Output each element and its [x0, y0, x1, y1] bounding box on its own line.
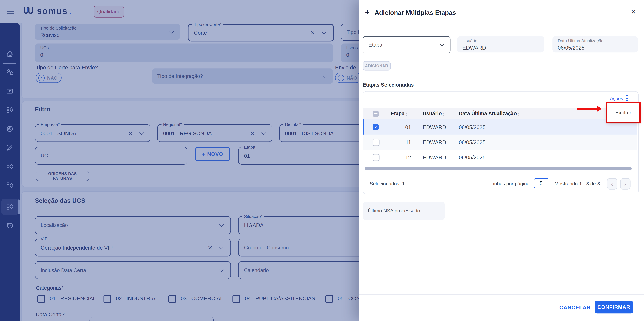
close-icon[interactable]: ✕	[631, 8, 636, 16]
usuario-field: Usuário EDWARD	[457, 36, 544, 53]
cell-usuario: EDWARD	[423, 139, 446, 145]
cell-usuario: EDWARD	[423, 124, 446, 130]
annotation-arrow-line	[577, 108, 598, 109]
nsa-placeholder: Último NSA processado	[368, 208, 420, 214]
modal-backdrop[interactable]	[0, 0, 359, 321]
chevron-down-icon	[440, 42, 444, 46]
selected-row-accent	[363, 119, 364, 135]
row-checkbox[interactable]	[372, 154, 380, 161]
showing-range: Mostrando 1 - 3 de 3	[554, 181, 600, 187]
cell-etapa: 11	[390, 139, 411, 145]
data-atualizacao-value: 06/05/2025	[558, 45, 584, 51]
chevron-left-icon: ‹	[611, 181, 613, 187]
chevron-right-icon: ›	[624, 181, 626, 187]
data-atualizacao-field: Data Última Atualização 06/05/2025	[552, 36, 638, 53]
prev-page-button[interactable]: ‹	[607, 178, 618, 189]
modal-footer-divider	[359, 294, 644, 295]
modal-header: + Adicionar Múltiplas Etapas ✕	[359, 0, 644, 25]
cancelar-button[interactable]: CANCELAR	[557, 302, 593, 313]
annotation-highlight-box: Excluir	[606, 102, 641, 123]
etapas-table-card: Ações Etapa▴▾ Usuário▴▾ Data Última Atua…	[362, 91, 638, 195]
modal-title: Adicionar Múltiplas Etapas	[374, 9, 456, 16]
cell-etapa: 01	[390, 124, 411, 130]
etapa-select[interactable]: Etapa	[362, 36, 450, 53]
cell-data: 06/05/2025	[459, 154, 486, 160]
table-row[interactable]: 11 EDWARD 06/05/2025	[363, 135, 638, 150]
column-header-etapa[interactable]: Etapa▴▾	[390, 111, 407, 116]
table-header-row: Etapa▴▾ Usuário▴▾ Data Última Atualizaçã…	[363, 108, 638, 119]
rows-per-page-label: Linhas por página	[490, 181, 530, 187]
plus-icon: +	[365, 8, 370, 16]
sort-icon: ▴▾	[518, 112, 520, 116]
adicionar-etapas-modal: + Adicionar Múltiplas Etapas ✕ Etapa Usu…	[359, 0, 644, 321]
cell-usuario: EDWARD	[423, 154, 446, 160]
column-header-usuario[interactable]: Usuário▴▾	[423, 111, 444, 116]
menu-item-excluir[interactable]: Excluir	[608, 103, 639, 122]
annotation-arrow-head	[597, 106, 602, 112]
confirmar-button[interactable]: CONFIRMAR	[595, 301, 633, 314]
next-page-button[interactable]: ›	[620, 178, 630, 189]
selected-count: Selecionados: 1	[370, 181, 405, 187]
row-checkbox-checked[interactable]: ✓	[372, 124, 379, 130]
cell-etapa: 12	[390, 154, 411, 160]
etapas-selecionadas-title: Etapas Selecionadas	[362, 82, 414, 88]
horizontal-scrollbar[interactable]	[365, 167, 632, 170]
table-row[interactable]: 12 EDWARD 06/05/2025	[363, 150, 638, 165]
etapa-select-placeholder: Etapa	[368, 42, 382, 48]
usuario-value: EDWARD	[462, 45, 486, 51]
data-atualizacao-label: Data Última Atualização	[558, 38, 604, 43]
table-row[interactable]: ✓ 01 EDWARD 06/05/2025	[363, 119, 638, 135]
select-all-checkbox[interactable]	[372, 110, 379, 117]
adicionar-button[interactable]: ADICIONAR	[362, 61, 390, 70]
row-checkbox[interactable]	[372, 139, 380, 146]
cell-data: 06/05/2025	[459, 139, 486, 145]
cell-data: 06/05/2025	[459, 124, 486, 130]
acoes-button[interactable]: Ações	[610, 96, 623, 101]
rows-per-page-input[interactable]	[534, 178, 548, 188]
sort-icon: ▴▾	[406, 112, 408, 116]
nsa-field: Último NSA processado	[362, 202, 445, 220]
usuario-label: Usuário	[462, 38, 477, 43]
table-footer-divider	[363, 175, 638, 175]
excluir-label: Excluir	[615, 109, 631, 116]
sort-icon: ▴▾	[443, 112, 444, 116]
app-root: somus . Qualidade	[0, 0, 644, 321]
column-header-data[interactable]: Data Última Atualização▴▾	[459, 111, 520, 116]
